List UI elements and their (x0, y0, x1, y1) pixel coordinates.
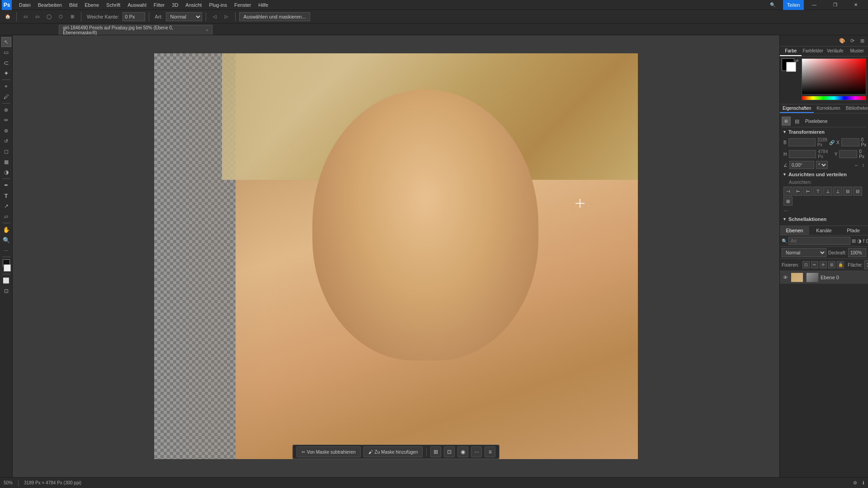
align-right-btn[interactable]: ⊢ (803, 187, 812, 196)
layer-item-ebene0[interactable]: 👁 Ebene 0 (780, 271, 868, 284)
tool-clone[interactable]: ⊛ (1, 126, 11, 136)
toolbar-home-btn[interactable]: 🏠 (3, 12, 13, 22)
window-close-btn[interactable]: ✕ (845, 0, 866, 10)
tool-gradient[interactable]: ▦ (1, 157, 11, 167)
schnellaktionen-header[interactable]: ▼ Schnellaktionen (782, 215, 866, 224)
farbfelder-tab[interactable]: Farbfelder (802, 47, 824, 56)
angle-unit-select[interactable]: ° (816, 161, 828, 169)
transform-angle-input[interactable] (789, 161, 814, 169)
weiche-kante-input[interactable] (123, 12, 145, 21)
menu-auswahl[interactable]: Auswahl (124, 1, 150, 9)
panel-color-icon[interactable]: 🎨 (838, 37, 846, 45)
tool-crop[interactable]: ⌖ (1, 81, 11, 91)
tab-close-btn[interactable]: × (206, 28, 208, 33)
layer-mask-btn[interactable]: ⊡ (866, 237, 868, 245)
toolbar-shape2-btn[interactable]: ▭ (32, 12, 42, 22)
ft-more-btn[interactable]: ··· (471, 446, 482, 457)
hue-strip[interactable] (802, 96, 866, 100)
lock-position-btn[interactable]: ✛ (820, 261, 827, 268)
angle-flip-v-btn[interactable]: ↕ (862, 163, 864, 168)
opacity-input[interactable] (848, 248, 866, 257)
ft-grid-btn[interactable]: ⊞ (430, 446, 441, 457)
tool-path-select[interactable]: ↗ (1, 201, 11, 211)
layers-search-input[interactable] (788, 237, 850, 245)
tool-screen-mode[interactable]: ⊡ (1, 286, 11, 296)
lock-ratio-btn[interactable]: 🔗 (829, 139, 835, 145)
transform-x-input[interactable] (841, 138, 859, 146)
menu-schrift[interactable]: Schrift (103, 1, 124, 9)
distribute-extra-btn[interactable]: ⊞ (783, 197, 793, 206)
bibliotheken-tab[interactable]: Bibliotheken (843, 104, 868, 113)
menu-datei[interactable]: Datei (15, 1, 34, 9)
transform-b-input[interactable] (788, 138, 816, 146)
align-center-v-btn[interactable]: ⊥ (823, 187, 832, 196)
menu-filter[interactable]: Filter (150, 1, 168, 9)
tool-lasso[interactable]: ⊂ (1, 58, 11, 68)
align-center-h-btn[interactable]: ⊢ (793, 187, 802, 196)
blend-mode-select[interactable]: Normal (782, 248, 826, 257)
bg-color-swatch[interactable] (786, 62, 796, 72)
tool-hand[interactable]: ✋ (1, 225, 11, 235)
ebenen-tab[interactable]: Ebenen (780, 226, 809, 235)
tool-zoom[interactable]: 🔍 (1, 235, 11, 245)
add-mask-btn[interactable]: 🖌 Zu Maske hinzufügen (363, 446, 423, 457)
layer-icon-tab[interactable]: ▤ (793, 117, 802, 126)
pfade-tab[interactable]: Pfade (839, 226, 868, 235)
align-more-btn[interactable]: ··· (782, 206, 866, 215)
transform-section-header[interactable]: ▼ Transformieren (782, 127, 866, 136)
tool-eraser[interactable]: ◻ (1, 146, 11, 156)
align-top-btn[interactable]: ⊤ (813, 187, 822, 196)
tool-marquee[interactable]: ▭ (1, 47, 11, 57)
status-settings-icon[interactable]: ⚙ (853, 480, 857, 485)
korrekturen-tab[interactable]: Korrekturen (814, 104, 843, 113)
tool-mask[interactable]: ⬜ (1, 276, 11, 286)
tool-dodge[interactable]: ◑ (1, 167, 11, 177)
muster-tab[interactable]: Muster (846, 47, 868, 56)
align-bottom-btn[interactable]: ⊥ (833, 187, 842, 196)
toolbar-shape5-btn[interactable]: ⊞ (67, 12, 77, 22)
subtract-mask-btn[interactable]: ✂ Von Maske subtrahieren (297, 446, 361, 457)
tool-heal[interactable]: ⊕ (1, 105, 11, 115)
align-section-header[interactable]: ▼ Ausrichten und verteilen (782, 170, 866, 179)
swap-colors-btn[interactable]: ⇄ (795, 58, 799, 63)
window-maximize-btn[interactable]: ❐ (825, 0, 845, 10)
menu-ebene[interactable]: Ebene (81, 1, 103, 9)
menu-hilfe[interactable]: Hilfe (255, 1, 272, 9)
toolbar-shape4-btn[interactable]: ⬡ (56, 12, 66, 22)
menu-fenster[interactable]: Fenster (231, 1, 255, 9)
toolbar-shape3-btn[interactable]: ◯ (44, 12, 54, 22)
tool-shape[interactable]: ▱ (1, 211, 11, 221)
status-info-icon[interactable]: ℹ (863, 480, 864, 485)
tool-brush[interactable]: ✏ (1, 115, 11, 125)
tool-pen[interactable]: ✒ (1, 180, 11, 190)
layer-effects-btn[interactable]: f (863, 237, 864, 245)
active-tab[interactable]: girl-1846490 Pexels auf Pixabay.jpg bei … (59, 25, 212, 35)
distribute-h-btn[interactable]: ⊟ (843, 187, 852, 196)
panel-history-icon[interactable]: ⟳ (848, 37, 856, 45)
tool-history-brush[interactable]: ↺ (1, 136, 11, 146)
auswaehlen-btn[interactable]: Auswählen und maskieren... (239, 12, 310, 21)
tool-text[interactable]: T (1, 191, 11, 201)
angle-flip-h-btn[interactable]: ↔ (854, 163, 859, 168)
transform-h-input[interactable] (789, 150, 816, 158)
tool-bg-color[interactable] (4, 264, 11, 272)
pixel-icon-tab[interactable]: ⊞ (782, 117, 791, 126)
tool-magic-wand[interactable]: ✦ (1, 68, 11, 78)
tool-more[interactable]: ··· (1, 245, 11, 255)
lock-transparent-btn[interactable]: ⊡ (802, 261, 810, 268)
color-tab[interactable]: Farbe (780, 47, 802, 56)
toolbar-extra1-btn[interactable]: ◁ (210, 12, 220, 22)
new-group-btn[interactable]: ⊞ (852, 237, 856, 245)
menu-bild[interactable]: Bild (66, 1, 81, 9)
distribute-v-btn[interactable]: ⊟ (853, 187, 862, 196)
toolbar-extra2-btn[interactable]: ▷ (222, 12, 231, 22)
new-fill-btn[interactable]: ◑ (857, 237, 862, 245)
align-left-btn[interactable]: ⊣ (783, 187, 793, 196)
lock-pixels-btn[interactable]: ✏ (811, 261, 818, 268)
tool-select[interactable]: ↖ (1, 37, 11, 47)
ft-menu-btn[interactable]: ≡ (485, 446, 495, 457)
eigenschaften-tab[interactable]: Eigenschaften (780, 104, 814, 113)
share-header-btn[interactable]: Teilen (783, 0, 804, 10)
kanaele-tab[interactable]: Kanäle (809, 226, 839, 235)
ft-square-btn[interactable]: ⊡ (444, 446, 455, 457)
